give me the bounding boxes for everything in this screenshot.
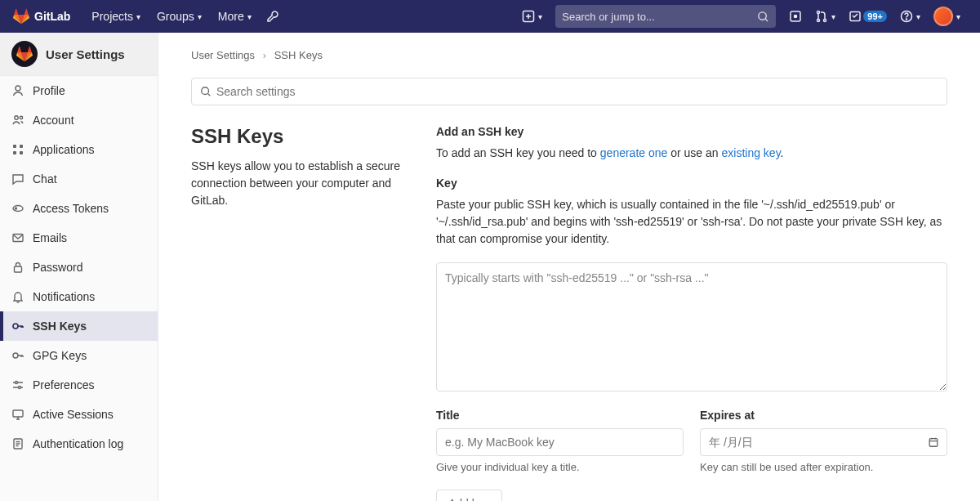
- svg-point-4: [817, 11, 820, 14]
- sidebar-item-applications[interactable]: Applications: [0, 135, 158, 164]
- page-title: SSH Keys: [191, 125, 403, 148]
- nav-projects[interactable]: Projects▾: [83, 0, 149, 33]
- sidebar-item-active-sessions[interactable]: Active Sessions: [0, 400, 158, 429]
- svg-point-27: [202, 87, 209, 95]
- add-text: To add an SSH key you need to generate o…: [436, 145, 947, 162]
- svg-rect-16: [20, 151, 23, 154]
- svg-point-23: [16, 382, 18, 384]
- sidebar-item-label: Chat: [33, 172, 57, 186]
- sidebar-item-account[interactable]: Account: [0, 105, 158, 135]
- svg-point-10: [16, 86, 20, 91]
- key-icon: [11, 349, 24, 362]
- todo-icon: [849, 10, 862, 23]
- title-hint: Give your individual key a title.: [436, 461, 684, 473]
- sidebar-item-preferences[interactable]: Preferences: [0, 370, 158, 400]
- chevron-down-icon: ▾: [538, 12, 542, 21]
- sidebar-header[interactable]: User Settings: [0, 33, 158, 76]
- sidebar-item-label: Applications: [33, 143, 95, 156]
- add-text-pre: To add an SSH key you need to: [436, 146, 600, 159]
- svg-point-17: [13, 206, 23, 212]
- sidebar-item-label: Active Sessions: [33, 408, 114, 421]
- sidebar-item-access-tokens[interactable]: Access Tokens: [0, 194, 158, 223]
- sidebar-item-label: Emails: [33, 231, 67, 244]
- global-search-input[interactable]: [562, 11, 757, 23]
- todos-button[interactable]: 99+: [842, 0, 893, 33]
- chevron-down-icon: ▾: [831, 12, 835, 21]
- add-text-post: .: [781, 146, 784, 159]
- topbar: GitLab Projects▾ Groups▾ More▾ ▾ ▾ 99+ ▾…: [0, 0, 980, 33]
- existing-key-link[interactable]: existing key: [722, 146, 781, 159]
- svg-rect-13: [13, 145, 16, 148]
- svg-point-24: [19, 387, 21, 389]
- title-input[interactable]: [436, 428, 684, 456]
- nav-more[interactable]: More▾: [210, 0, 260, 33]
- log-icon: [11, 437, 24, 450]
- key-help: Paste your public SSH key, which is usua…: [436, 196, 947, 248]
- sidebar-item-gpg-keys[interactable]: GPG Keys: [0, 341, 158, 370]
- page-desc: SSH keys allow you to establish a secure…: [191, 158, 403, 209]
- add-key-button[interactable]: Add key: [436, 490, 502, 501]
- chevron-down-icon: ▾: [247, 12, 252, 21]
- sidebar-item-chat[interactable]: Chat: [0, 164, 158, 194]
- search-icon: [757, 11, 769, 23]
- user-avatar-small: [11, 41, 38, 67]
- gitlab-icon: [16, 46, 33, 62]
- global-search[interactable]: [555, 5, 776, 28]
- add-text-mid: or use an: [667, 146, 721, 159]
- svg-rect-15: [13, 151, 16, 154]
- sidebar-item-profile[interactable]: Profile: [0, 76, 158, 105]
- monitor-icon: [11, 408, 24, 421]
- sidebar-item-label: GPG Keys: [33, 349, 87, 362]
- sidebar-item-emails[interactable]: Emails: [0, 223, 158, 253]
- plus-square-icon: [522, 10, 535, 23]
- sidebar-item-ssh-keys[interactable]: SSH Keys: [0, 311, 158, 341]
- email-icon: [11, 231, 24, 244]
- key-textarea[interactable]: [436, 262, 947, 391]
- sidebar-item-label: Profile: [33, 84, 65, 97]
- token-icon: [11, 202, 24, 215]
- key-label: Key: [436, 177, 947, 190]
- key-icon: [11, 320, 24, 333]
- svg-rect-25: [13, 410, 23, 417]
- breadcrumb-root[interactable]: User Settings: [191, 49, 255, 61]
- svg-point-21: [13, 324, 18, 329]
- sidebar-item-label: Notifications: [33, 290, 95, 303]
- plus-button[interactable]: ▾: [515, 0, 549, 33]
- sidebar-item-label: Account: [33, 114, 74, 127]
- expires-label: Expires at: [700, 409, 947, 422]
- nav-groups-label: Groups: [157, 10, 194, 23]
- chevron-down-icon: ▾: [198, 12, 202, 21]
- search-settings[interactable]: [191, 78, 947, 105]
- expires-hint: Key can still be used after expiration.: [700, 461, 947, 473]
- issues-button[interactable]: [782, 0, 808, 33]
- nav-more-label: More: [218, 10, 244, 23]
- svg-point-22: [13, 353, 18, 358]
- lock-icon: [11, 261, 24, 274]
- search-settings-input[interactable]: [216, 85, 938, 98]
- search-icon: [200, 86, 212, 97]
- gitlab-logo[interactable]: GitLab: [13, 8, 70, 25]
- sidebar-item-password[interactable]: Password: [0, 253, 158, 282]
- svg-rect-20: [15, 266, 22, 272]
- sidebar-title: User Settings: [46, 47, 125, 61]
- nav-groups[interactable]: Groups▾: [149, 0, 210, 33]
- sidebar-item-notifications[interactable]: Notifications: [0, 282, 158, 311]
- sidebar-item-auth-log[interactable]: Authentication log: [0, 429, 158, 459]
- admin-wrench-button[interactable]: [260, 0, 286, 33]
- chat-icon: [11, 172, 24, 186]
- sidebar-item-label: Preferences: [33, 378, 94, 391]
- account-icon: [11, 114, 24, 127]
- help-button[interactable]: ▾: [893, 0, 927, 33]
- breadcrumb: User Settings › SSH Keys: [191, 49, 947, 61]
- sidebar-item-label: SSH Keys: [33, 320, 87, 333]
- svg-point-3: [795, 16, 797, 18]
- chevron-down-icon: ▾: [136, 12, 140, 21]
- user-menu[interactable]: ▾: [927, 0, 967, 33]
- expires-input[interactable]: [700, 428, 947, 456]
- sidebar-item-label: Authentication log: [33, 437, 123, 450]
- content: User Settings › SSH Keys SSH Keys SSH ke…: [158, 33, 980, 501]
- add-heading: Add an SSH key: [436, 125, 947, 138]
- merge-requests-button[interactable]: ▾: [808, 0, 842, 33]
- generate-link[interactable]: generate one: [600, 146, 668, 159]
- svg-rect-14: [20, 145, 23, 148]
